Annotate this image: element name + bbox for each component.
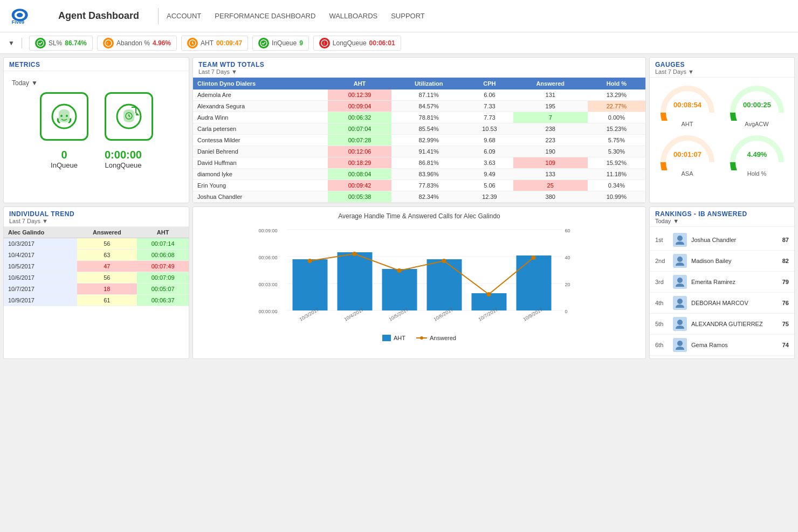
longqueue-label: LongQueue — [333, 39, 367, 47]
rank-position: 4th — [655, 300, 669, 306]
team-hold: 5.75% — [588, 135, 645, 146]
team-aht: 00:12:06 — [328, 146, 391, 157]
team-hold: 0.34% — [588, 180, 645, 191]
team-answered: 380 — [513, 191, 588, 203]
team-cph: 12.39 — [466, 191, 513, 203]
nav-support[interactable]: SUPPORT — [391, 12, 425, 20]
nav-links: ACCOUNT PERFORMANCE DASHBOARD WALLBOARDS… — [167, 12, 425, 20]
col-hold: Hold % — [588, 78, 645, 89]
team-cph: 3.63 — [466, 157, 513, 169]
svg-point-55 — [677, 299, 683, 304]
team-util: 84.57% — [391, 101, 466, 112]
col-aht: AHT — [328, 78, 391, 89]
col-cph: CPH — [466, 78, 513, 89]
inqueue-label: InQueue — [272, 39, 297, 47]
team-hold: 11.18% — [588, 169, 645, 180]
team-util: 91.41% — [391, 146, 466, 157]
longqueue-number: 0:00:00 — [105, 149, 142, 161]
chart-svg: 00:09:00 00:06:00 00:03:00 00:00:00 60 4… — [198, 224, 640, 332]
trend-col-aht: AHT — [137, 227, 189, 238]
rank-position: 6th — [655, 342, 669, 348]
gauges-grid: 00:08:54 AHT 00:00:25 AvgACW 00:01:07 AS… — [650, 78, 794, 182]
svg-point-46 — [397, 268, 402, 273]
table-row: diamond lyke 00:08:04 83.96% 9.49 133 11… — [193, 169, 645, 180]
team-answered: 25 — [513, 180, 588, 191]
rankings-period: Today ▼ — [655, 218, 789, 224]
svg-point-12 — [60, 115, 63, 117]
svg-point-5 — [105, 40, 112, 46]
rank-name: ALEXANDRA GUTIERREZ — [691, 321, 778, 327]
table-row: Contessa Milder 00:07:28 82.99% 9.68 223… — [193, 135, 645, 146]
trend-panel: INDIVIDUAL TREND Last 7 Days ▼ Alec Gali… — [3, 206, 189, 359]
main-content: METRICS Today ▼ — [0, 54, 798, 362]
metrics-content: Today ▼ — [4, 71, 189, 177]
aht-value: 00:09:47 — [216, 39, 242, 47]
team-util: 77.83% — [391, 180, 466, 191]
metric-values: 0 InQueue 0:00:00 LongQueue — [51, 149, 142, 169]
team-cph: 10.53 — [466, 123, 513, 135]
team-period: Last 7 Days ▼ — [198, 68, 640, 75]
metrics-period[interactable]: Today ▼ — [12, 79, 38, 87]
rank-avatar — [673, 233, 687, 247]
trend-answered: 18 — [77, 284, 137, 295]
list-item: 4th DEBORAH MARCOV 76 — [650, 293, 794, 314]
rank-value: 74 — [782, 342, 789, 348]
svg-text:!: ! — [324, 40, 325, 46]
team-name: Alexandra Segura — [193, 101, 328, 112]
abandon-icon: ! — [103, 38, 114, 49]
trend-aht: 00:06:37 — [137, 295, 189, 306]
inqueue-metric-label: InQueue — [51, 161, 78, 169]
team-name: Ademola Are — [193, 89, 328, 101]
team-answered: 190 — [513, 146, 588, 157]
chart-title: Average Handle Time & Answered Calls for… — [198, 212, 640, 220]
svg-point-52 — [677, 236, 683, 241]
sl-value: 86.74% — [65, 39, 87, 47]
trend-aht: 00:07:09 — [137, 272, 189, 284]
metrics-title: METRICS — [9, 61, 183, 68]
gauge-aht: 00:08:54 AHT — [655, 83, 719, 127]
list-item: 10/4/2017 63 00:06:08 — [4, 250, 189, 261]
rank-name: Madison Bailey — [691, 258, 778, 264]
abandon-value: 4.96% — [153, 39, 171, 47]
status-bar: ▼ SL% 86.74% ! Abandon % 4.96% AHT 00:09… — [0, 32, 798, 54]
team-cph: 6.09 — [466, 146, 513, 157]
longqueue-icon: ! — [319, 38, 330, 49]
rank-position: 1st — [655, 237, 669, 243]
team-answered: 109 — [513, 157, 588, 169]
team-tbody: Ademola Are 00:12:39 87.11% 6.06 131 13.… — [193, 89, 645, 203]
list-item: 10/9/2017 61 00:06:37 — [4, 295, 189, 306]
nav-performance[interactable]: PERFORMANCE DASHBOARD — [215, 12, 315, 20]
chart-legend: AHT Answered — [198, 335, 640, 341]
nav-wallboards[interactable]: WALLBOARDS — [329, 12, 377, 20]
team-hold: 15.23% — [588, 123, 645, 135]
svg-point-53 — [677, 257, 683, 262]
team-name: Erin Young — [193, 180, 328, 191]
status-chevron[interactable]: ▼ — [8, 39, 15, 47]
team-cph: 6.06 — [466, 89, 513, 101]
table-row: Carla petersen 00:07:04 85.54% 10.53 238… — [193, 123, 645, 135]
gauge-svg-avgacw: 00:00:25 — [727, 83, 787, 121]
gauges-period: Last 7 Days ▼ — [655, 68, 789, 75]
nav-account[interactable]: ACCOUNT — [167, 12, 201, 20]
status-longqueue: ! LongQueue 00:06:01 — [313, 36, 401, 51]
chart-panel: Average Handle Time & Answered Calls for… — [192, 206, 646, 359]
abandon-label: Abandon % — [116, 39, 150, 47]
gauges-header: GAUGES Last 7 Days ▼ — [650, 58, 794, 78]
longqueue-icon-box — [105, 92, 153, 141]
trend-date: 10/3/2017 — [4, 238, 77, 250]
list-item: 5th ALEXANDRA GUTIERREZ 75 — [650, 314, 794, 335]
team-answered: 223 — [513, 135, 588, 146]
svg-text:00:01:07: 00:01:07 — [673, 150, 701, 158]
svg-text:!: ! — [107, 41, 108, 46]
sl-label: SL% — [49, 39, 62, 47]
gauge-label-aht: AHT — [682, 121, 693, 127]
team-answered: 238 — [513, 123, 588, 135]
svg-rect-35 — [427, 259, 462, 310]
team-table: Clinton Dyno Dialers AHT Utilization CPH… — [193, 78, 645, 203]
sl-icon — [35, 38, 46, 49]
svg-text:40: 40 — [565, 255, 570, 260]
legend-aht-color — [382, 335, 391, 341]
gauge-svg-asa: 00:01:07 — [658, 133, 717, 170]
team-name: Audra Winn — [193, 112, 328, 123]
gauge-avgacw: 00:00:25 AvgACW — [725, 83, 789, 127]
